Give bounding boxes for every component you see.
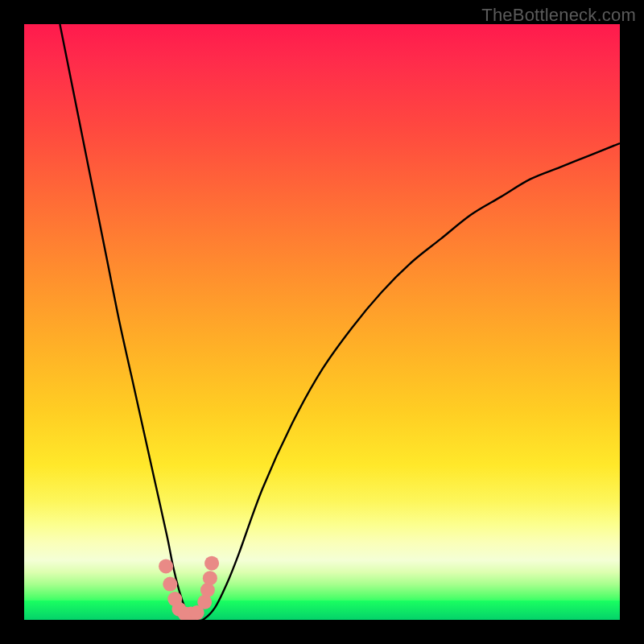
chart-frame: TheBottleneck.com [0, 0, 644, 644]
fit-marker [200, 583, 215, 597]
fit-marker [203, 571, 217, 585]
fit-marker [163, 577, 177, 592]
fit-marker [204, 556, 219, 571]
fit-marker [159, 559, 173, 573]
plot-area [24, 24, 620, 620]
fit-markers-group [159, 556, 219, 620]
watermark-text: TheBottleneck.com [481, 5, 636, 26]
bottleneck-curve [60, 24, 620, 620]
curve-layer [24, 24, 620, 620]
